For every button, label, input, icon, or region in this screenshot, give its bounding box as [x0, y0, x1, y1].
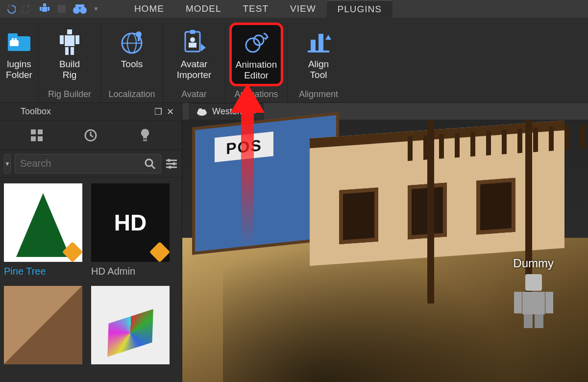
- asset-name: HD Admin: [91, 262, 170, 277]
- toolbox-grid[interactable]: Pine Tree HD HD Admin: [0, 178, 182, 382]
- ribbon-caption: Alignment: [299, 86, 338, 102]
- redo-icon[interactable]: [22, 3, 32, 14]
- tools-label: Tools: [121, 59, 143, 70]
- quick-access: ▼: [0, 2, 104, 15]
- svg-rect-15: [60, 35, 64, 44]
- svg-rect-10: [10, 40, 19, 46]
- svg-rect-17: [65, 47, 69, 55]
- cloud-icon: [196, 108, 207, 116]
- svg-rect-33: [31, 129, 36, 134]
- align-icon: [306, 30, 331, 54]
- svg-rect-4: [58, 5, 66, 13]
- rig-icon: [57, 28, 82, 56]
- close-icon[interactable]: ✕: [250, 107, 256, 116]
- asset-item[interactable]: [4, 286, 82, 368]
- close-icon[interactable]: ✕: [164, 106, 176, 117]
- svg-point-39: [146, 159, 152, 166]
- ribbon-group-alignment: Align Tool Alignment: [288, 23, 349, 102]
- svg-rect-14: [65, 35, 74, 46]
- align-tool-button[interactable]: Align Tool: [292, 23, 345, 86]
- ribbon-caption: Animations: [234, 86, 278, 102]
- tab-home[interactable]: HOME: [123, 0, 175, 18]
- svg-rect-7: [75, 4, 84, 7]
- asset-thumb: [91, 286, 170, 364]
- grid-mode-icon[interactable]: [27, 126, 47, 145]
- asset-name: [4, 364, 82, 368]
- svg-point-44: [168, 159, 171, 162]
- asset-item[interactable]: [91, 286, 170, 368]
- svg-rect-23: [138, 36, 140, 41]
- recent-mode-icon[interactable]: [81, 126, 100, 145]
- align-tool-label: Align Tool: [308, 59, 329, 80]
- svg-rect-2: [40, 7, 42, 11]
- search-icon[interactable]: [144, 158, 156, 170]
- viewport[interactable]: Western ✕ POS Dummy: [182, 103, 588, 382]
- top-bar: ▼ HOME MODEL TEST VIEW PLUGINS: [0, 0, 588, 18]
- toolbox-mode-bar: [0, 121, 182, 150]
- ribbon-group-plugins-folder: lugins Folder: [0, 23, 39, 102]
- svg-point-29: [254, 35, 264, 45]
- rig-quick-icon[interactable]: [38, 2, 51, 15]
- toolbox-title: Toolbox: [6, 106, 152, 117]
- asset-name: Pine Tree: [4, 262, 82, 277]
- ribbon-caption: Localization: [108, 86, 155, 102]
- filter-icon[interactable]: [165, 154, 178, 174]
- ideas-mode-icon[interactable]: [135, 126, 155, 145]
- tab-plugins[interactable]: PLUGINS: [327, 0, 392, 18]
- plugins-folder-label: lugins Folder: [6, 59, 32, 80]
- svg-point-6: [80, 7, 87, 14]
- ribbon-group-rig: Build Rig Rig Builder: [39, 23, 101, 102]
- ribbon-group-avatar: Avatar Importer Avatar: [163, 23, 225, 102]
- binoculars-icon[interactable]: [73, 3, 87, 14]
- ribbon-caption: Avatar: [181, 86, 207, 102]
- document-tab[interactable]: Western ✕: [189, 103, 264, 120]
- svg-rect-36: [38, 136, 43, 141]
- building-sign: POS: [215, 131, 273, 162]
- search-input[interactable]: [20, 158, 144, 169]
- build-rig-label: Build Rig: [59, 59, 80, 80]
- svg-point-26: [190, 37, 195, 42]
- undock-icon[interactable]: ❐: [152, 106, 164, 117]
- avatar-icon: [181, 29, 207, 55]
- svg-rect-12: [15, 38, 17, 42]
- ribbon-group-localization: Tools Localization: [101, 23, 163, 102]
- main-area: Toolbox ❐ ✕ ▼ Pine Tree HD HD Admin: [0, 103, 588, 382]
- undo-icon[interactable]: [5, 3, 16, 14]
- toolbox-header: Toolbox ❐ ✕: [0, 103, 182, 121]
- tab-model[interactable]: MODEL: [175, 0, 232, 18]
- chevron-down-icon[interactable]: ▼: [93, 5, 99, 12]
- stop-icon[interactable]: [57, 4, 67, 14]
- animation-icon: [243, 30, 270, 55]
- asset-thumb: [4, 183, 82, 262]
- svg-rect-34: [38, 129, 43, 134]
- dummy-character[interactable]: Dummy: [513, 256, 554, 328]
- svg-rect-13: [67, 29, 72, 34]
- plugins-folder-button[interactable]: lugins Folder: [4, 23, 34, 97]
- asset-item[interactable]: Pine Tree: [4, 183, 82, 277]
- svg-rect-0: [43, 3, 46, 6]
- build-rig-button[interactable]: Build Rig: [43, 23, 97, 86]
- svg-point-5: [73, 7, 80, 14]
- svg-rect-32: [318, 34, 323, 51]
- svg-point-45: [172, 162, 175, 165]
- animation-editor-button[interactable]: Animation Editor: [229, 23, 283, 86]
- tools-button[interactable]: Tools: [105, 23, 159, 86]
- svg-point-49: [202, 109, 206, 113]
- avatar-importer-button[interactable]: Avatar Importer: [167, 23, 221, 86]
- asset-thumb: [4, 286, 82, 364]
- asset-thumb: HD: [91, 183, 170, 262]
- ribbon-caption: Rig Builder: [48, 86, 91, 102]
- scene-3d[interactable]: POS Dummy: [182, 120, 588, 382]
- svg-line-40: [151, 165, 155, 169]
- svg-rect-25: [190, 30, 195, 34]
- asset-item[interactable]: HD HD Admin: [91, 183, 170, 277]
- tab-view[interactable]: VIEW: [279, 0, 327, 18]
- menu-tabs: HOME MODEL TEST VIEW PLUGINS: [123, 0, 392, 18]
- toolbox-panel: Toolbox ❐ ✕ ▼ Pine Tree HD HD Admin: [0, 103, 182, 382]
- toolbox-search-row: ▼: [0, 150, 182, 178]
- category-dropdown[interactable]: ▼: [4, 154, 11, 174]
- svg-rect-35: [31, 136, 36, 141]
- search-box: [15, 154, 161, 174]
- tab-test[interactable]: TEST: [232, 0, 279, 18]
- asset-name: [91, 364, 170, 368]
